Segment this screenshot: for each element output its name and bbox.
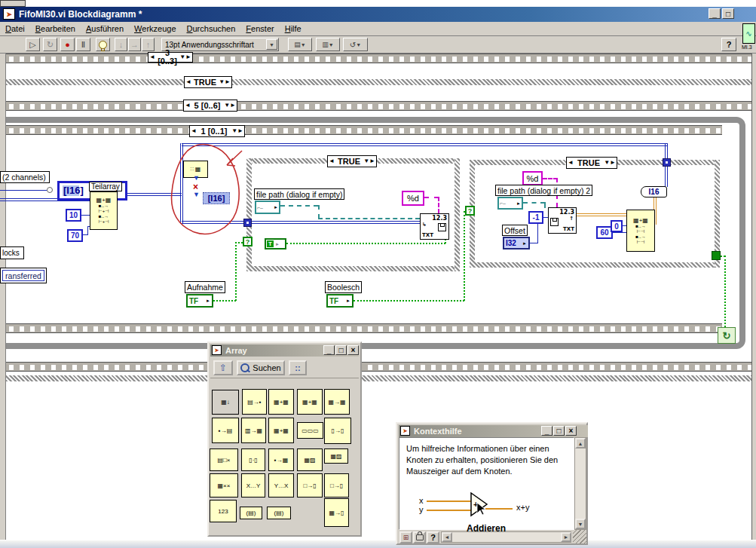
case-outer-bottom-border[interactable]	[6, 375, 751, 381]
font-dropdown-button[interactable]: ▼	[266, 39, 277, 50]
case-selector-outer[interactable]: ◄ TRUE ▼ ►	[184, 76, 232, 88]
menu-durchsuchen[interactable]: Durchsuchen	[182, 23, 241, 35]
next-case-arrow[interactable]: ►	[369, 158, 375, 164]
context-help-window[interactable]: ➤ Kontexthilfe _ □ × Um hilfreiche Infor…	[396, 422, 588, 545]
sequence-selector-inner[interactable]: ◄ 1 [0..1] ▼ ►	[189, 125, 245, 137]
sequence-inner-bottom-border[interactable]	[6, 323, 722, 333]
context-help-titlebar[interactable]: ➤ Kontexthilfe _ □ ×	[399, 425, 588, 437]
case-outer-top-border[interactable]	[6, 79, 751, 85]
palette-icon-1[interactable]: ▤→▪	[242, 389, 267, 415]
close-button[interactable]: ×	[347, 345, 359, 355]
lock-help-button[interactable]	[413, 531, 426, 543]
next-frame-arrow[interactable]: ►	[185, 54, 191, 60]
case-selector-mid[interactable]: ◄ TRUE ▼ ►	[327, 155, 377, 167]
resize-grip[interactable]	[573, 530, 586, 543]
read-spreadsheet-file-node[interactable]: 12.3 TXT ↑	[548, 207, 577, 234]
prev-frame-arrow[interactable]: ◄	[191, 128, 197, 134]
palette-icon-19[interactable]: □→▯	[324, 473, 349, 497]
palette-icon-12[interactable]: ▪→▦	[268, 449, 294, 471]
teilarray-node[interactable]: ▦+▦ ■‥→⊢+⊣■‥→⊢+⊣	[90, 191, 118, 230]
dropdown-icon[interactable]: ▼	[604, 160, 610, 166]
palette-icon-20[interactable]: 123	[210, 500, 237, 522]
prev-frame-arrow[interactable]: ◄	[149, 54, 155, 60]
sequence-mid-top-border[interactable]	[6, 101, 751, 111]
context-help-vscrollbar[interactable]: ▲ ▼	[574, 437, 586, 530]
pause-button[interactable]: Ⅱ	[76, 38, 90, 51]
palette-icon-0[interactable]: ▦↓	[212, 390, 239, 415]
maximize-button[interactable]: □	[553, 426, 565, 436]
file-path-control-1[interactable]: ⌐–►	[255, 201, 280, 214]
minimize-button[interactable]: _	[709, 8, 721, 19]
case-selector-right[interactable]: ◄ TRUE ▼ ►	[566, 157, 617, 169]
menu-werkzeuge[interactable]: Werkzeuge	[129, 23, 181, 35]
menu-bearbeiten[interactable]: Bearbeiten	[30, 23, 81, 35]
minimize-button[interactable]: _	[541, 426, 552, 436]
palette-icon-2[interactable]: ▦+▦	[268, 389, 294, 415]
menu-ausfuehren[interactable]: Ausführen	[81, 23, 129, 35]
case-right-bottom-border[interactable]	[470, 262, 720, 268]
run-button[interactable]: ▷	[26, 38, 40, 51]
write-spreadsheet-file-node[interactable]: 12.3 TXT ↳	[420, 213, 449, 240]
palette-icon-11[interactable]: ▯·▯	[241, 449, 265, 471]
maximize-button[interactable]: □	[335, 345, 347, 355]
palette-icon-13[interactable]: ▦▨	[297, 449, 323, 471]
sequence-mid-bottom-border[interactable]	[6, 362, 751, 372]
menu-fenster[interactable]: Fenster	[240, 23, 279, 35]
palette-icon-4[interactable]: ▦→▦	[324, 389, 350, 415]
palette-icon-18[interactable]: □→▯	[297, 473, 323, 497]
array-palette-titlebar[interactable]: ➤ Array _ □ ×	[210, 344, 359, 357]
sequence-outer-top-border[interactable]	[6, 54, 751, 63]
constant-70[interactable]: 70	[67, 229, 83, 242]
loop-condition-terminal[interactable]: ↻	[718, 327, 736, 344]
constant-neg1[interactable]: -1	[528, 211, 543, 224]
transferred-indicator[interactable]: ransferred	[0, 268, 47, 283]
constant-0[interactable]: 0	[611, 220, 623, 232]
scroll-right-button[interactable]: ►	[561, 532, 571, 542]
distribute-objects-button[interactable]: ▥▼	[316, 38, 340, 51]
run-continuous-button[interactable]: ↻	[43, 38, 57, 51]
palette-icon-8[interactable]: ▭▭▭	[297, 422, 323, 439]
constant-10[interactable]: 10	[66, 209, 81, 222]
boolesch-boolean-control[interactable]: TF►	[326, 294, 354, 308]
scroll-down-button[interactable]: ▼	[575, 519, 586, 529]
step-over-button[interactable]: →	[128, 38, 141, 51]
title-bar[interactable]: ➤ FifoMI30.vi Blockdiagramm * _ □	[0, 7, 756, 22]
next-frame-arrow[interactable]: ►	[237, 128, 243, 134]
array-subset-node[interactable]: ▦+▦ ■‥→⊢⊣■‥→⊢⊣	[626, 210, 655, 252]
palette-icon-16[interactable]: X…Y	[241, 473, 265, 497]
context-help-hscrollbar[interactable]: ◄ ►	[441, 531, 571, 543]
align-objects-button[interactable]: ▤▼	[288, 38, 312, 51]
dropdown-icon[interactable]: ▼	[224, 103, 230, 109]
minimize-button[interactable]: _	[323, 345, 335, 355]
context-help-toolbar-button[interactable]: ?	[721, 38, 736, 51]
i32-offset-control[interactable]: I32 ►	[503, 237, 530, 250]
detailed-help-button[interactable]: ⊞	[399, 531, 412, 543]
dropdown-icon[interactable]: ▼	[231, 128, 237, 134]
prev-frame-arrow[interactable]: ◄	[185, 103, 191, 109]
scroll-left-button[interactable]: ◄	[442, 532, 452, 542]
next-case-arrow[interactable]: ►	[610, 160, 616, 166]
next-frame-arrow[interactable]: ►	[230, 103, 236, 109]
case-mid-right-border[interactable]	[455, 158, 460, 271]
prev-case-arrow[interactable]: ◄	[185, 79, 191, 85]
highlight-execution-button[interactable]	[96, 38, 110, 51]
menu-datei[interactable]: Datei	[0, 23, 30, 35]
prev-case-arrow[interactable]: ◄	[329, 158, 335, 164]
format-string-constant-1[interactable]: %d	[402, 191, 424, 206]
next-case-arrow[interactable]: ►	[225, 79, 231, 85]
sequence-selector-mid[interactable]: ◄ 5 [0..6] ▼ ►	[183, 99, 237, 112]
vi-icon[interactable]: ∿	[742, 23, 755, 44]
step-into-button[interactable]: ↓	[115, 38, 127, 51]
maximize-button[interactable]: □	[722, 8, 734, 19]
dropdown-icon[interactable]: ▼	[179, 54, 185, 60]
palette-icon-17[interactable]: Y…X	[268, 473, 294, 497]
taskbar[interactable]	[0, 540, 756, 548]
sequence-selector-outer[interactable]: ◄ 3 [0..3] ▼ ►	[148, 52, 193, 63]
palette-icon-15[interactable]: ▦××	[210, 473, 238, 497]
scroll-up-button[interactable]: ▲	[575, 438, 586, 449]
palette-icon-9[interactable]: ▯→▯	[324, 418, 351, 444]
close-button[interactable]: ×	[565, 426, 577, 436]
case-mid-bottom-border[interactable]	[246, 266, 460, 271]
palette-up-button[interactable]: ⇧	[213, 360, 233, 375]
abort-button[interactable]: ●	[60, 38, 75, 51]
